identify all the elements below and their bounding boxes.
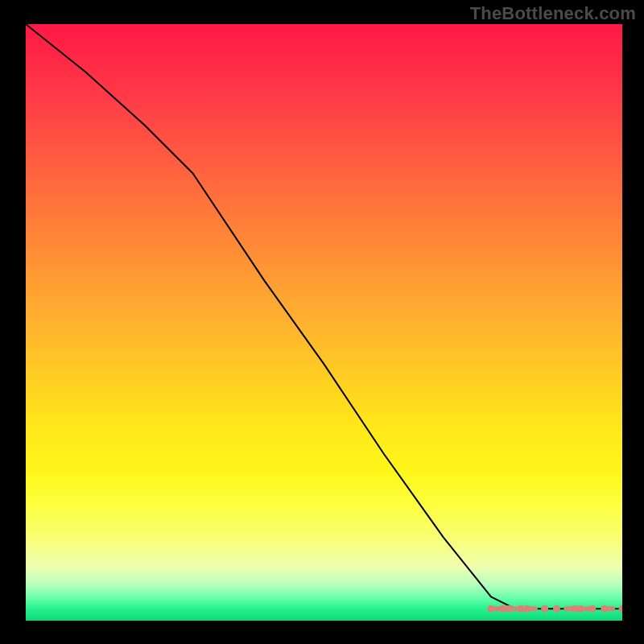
chart-overlay: [26, 24, 622, 621]
curve-line: [26, 24, 622, 609]
marker-dash: [528, 606, 538, 611]
source-attribution: TheBottleneck.com: [470, 3, 636, 24]
marker-dot: [541, 605, 548, 613]
marker-dot: [619, 605, 623, 613]
chart-frame: TheBottleneck.com: [0, 0, 644, 644]
tail-markers: [488, 605, 623, 613]
marker-dot: [588, 605, 596, 613]
plot-area: [26, 24, 622, 621]
marker-dot: [553, 605, 560, 613]
marker-dash: [605, 606, 615, 611]
